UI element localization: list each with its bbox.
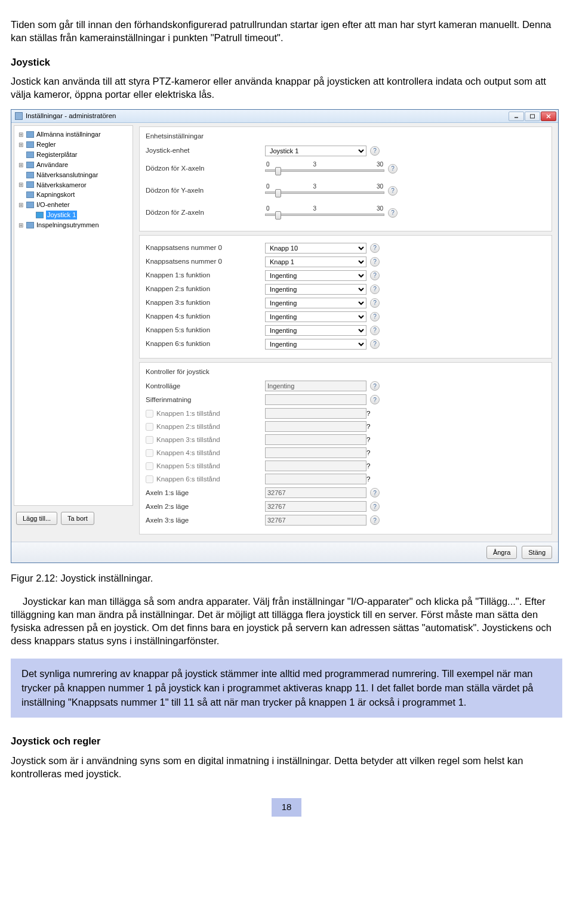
state-label: Knappen 4:s tillstånd bbox=[156, 449, 220, 458]
expand-icon[interactable]: ⊞ bbox=[18, 131, 24, 139]
help-icon[interactable]: ? bbox=[370, 285, 380, 294]
note-box: Det synliga numrering av knappar på joys… bbox=[11, 659, 562, 718]
unit-panel-title: Enhetsinställningar bbox=[146, 132, 546, 141]
device-label: Joystick-enhet bbox=[146, 146, 265, 156]
help-icon[interactable]: ? bbox=[370, 488, 380, 497]
button-fn-select[interactable]: Ingenting bbox=[265, 311, 366, 322]
help-icon[interactable]: ? bbox=[370, 381, 380, 391]
state-label: Knappen 1:s tillstånd bbox=[156, 409, 220, 419]
button-fn-select[interactable]: Ingenting bbox=[265, 339, 366, 350]
help-icon[interactable]: ? bbox=[366, 449, 370, 458]
button-fn-label: Knappen 2:s funktion bbox=[146, 285, 265, 294]
state-value bbox=[265, 474, 366, 484]
device-select[interactable]: Joystick 1 bbox=[265, 146, 366, 156]
tree-item[interactable]: Joystick 1 bbox=[17, 210, 130, 220]
help-icon[interactable]: ? bbox=[370, 339, 380, 349]
tree-item[interactable]: ⊞Regler bbox=[17, 140, 130, 150]
tree-view[interactable]: ⊞Allmänna inställningar⊞ReglerRegisterpl… bbox=[14, 125, 133, 506]
button-fn-select[interactable]: Ingenting bbox=[265, 284, 366, 295]
state-checkbox[interactable] bbox=[146, 475, 153, 483]
button-fn-label: Knappen 6:s funktion bbox=[146, 339, 265, 349]
button-fn-label: Knappsatsens nummer 0 bbox=[146, 243, 265, 253]
state-checkbox[interactable] bbox=[146, 423, 153, 431]
expand-icon[interactable]: ⊞ bbox=[18, 201, 24, 209]
expand-icon[interactable]: ⊞ bbox=[18, 221, 24, 230]
help-icon[interactable]: ? bbox=[370, 326, 380, 335]
add-button[interactable]: Lägg till... bbox=[16, 512, 57, 525]
help-icon[interactable]: ? bbox=[388, 208, 398, 218]
tree-item[interactable]: ⊞I/O-enheter bbox=[17, 200, 130, 210]
titlebar: Inställningar - administratören bbox=[11, 110, 558, 123]
tree-node-icon bbox=[26, 191, 34, 198]
help-icon[interactable]: ? bbox=[370, 298, 380, 308]
tree-item[interactable]: ⊞Nätverkskameror bbox=[17, 180, 130, 190]
button-fn-label: Knappsatsens nummer 0 bbox=[146, 257, 265, 267]
help-icon[interactable]: ? bbox=[388, 164, 398, 174]
close-button[interactable] bbox=[541, 112, 556, 121]
axis-value bbox=[265, 487, 366, 498]
help-icon[interactable]: ? bbox=[370, 515, 380, 525]
tree-node-icon bbox=[26, 162, 34, 168]
tree-node-icon bbox=[26, 202, 34, 208]
slider-label: Dödzon för Z-axeln bbox=[146, 208, 265, 218]
help-icon[interactable]: ? bbox=[366, 475, 370, 484]
figure-caption: Figur 2.12: Joystick inställningar. bbox=[11, 571, 562, 585]
tree-item-label: Nätverkskameror bbox=[36, 181, 87, 190]
tree-item-label: I/O-enheter bbox=[36, 200, 70, 209]
close-dialog-button[interactable]: Stäng bbox=[522, 546, 552, 559]
help-icon[interactable]: ? bbox=[366, 462, 370, 471]
state-checkbox[interactable] bbox=[146, 449, 153, 457]
window-title: Inställningar - administratören bbox=[26, 112, 116, 121]
tree-item[interactable]: ⊞Användare bbox=[17, 160, 130, 170]
undo-button[interactable]: Ångra bbox=[486, 546, 517, 559]
button-fn-select[interactable]: Ingenting bbox=[265, 270, 366, 281]
expand-icon[interactable]: ⊞ bbox=[18, 161, 24, 169]
help-icon[interactable]: ? bbox=[370, 395, 380, 404]
state-checkbox[interactable] bbox=[146, 436, 153, 444]
help-icon[interactable]: ? bbox=[370, 243, 380, 253]
settings-window: Inställningar - administratören ⊞Allmänn… bbox=[11, 109, 559, 563]
tree-item-label: Användare bbox=[36, 160, 68, 169]
app-icon bbox=[15, 112, 23, 120]
help-icon[interactable]: ? bbox=[370, 257, 380, 267]
state-checkbox[interactable] bbox=[146, 462, 153, 470]
help-icon[interactable]: ? bbox=[370, 271, 380, 280]
state-label: Knappen 5:s tillstånd bbox=[156, 462, 220, 471]
tree-item[interactable]: Registerplåtar bbox=[17, 150, 130, 160]
deadzone-slider[interactable]: 0330 bbox=[265, 160, 384, 177]
state-value bbox=[265, 408, 366, 419]
tree-item[interactable]: ⊞Allmänna inställningar bbox=[17, 129, 130, 140]
button-fn-select[interactable]: Ingenting bbox=[265, 325, 366, 336]
expand-icon[interactable]: ⊞ bbox=[18, 181, 24, 189]
state-checkbox[interactable] bbox=[146, 410, 153, 418]
tree-node-icon bbox=[26, 152, 34, 158]
tree-item[interactable]: ⊞Inspelningsutrymmen bbox=[17, 220, 130, 230]
help-icon[interactable]: ? bbox=[370, 312, 380, 322]
tree-item-label: Inspelningsutrymmen bbox=[36, 221, 99, 230]
help-icon[interactable]: ? bbox=[370, 146, 380, 156]
button-fn-select[interactable]: Knapp 1 bbox=[265, 257, 366, 267]
tree-item[interactable]: Kapningskort bbox=[17, 190, 130, 200]
button-fn-label: Knappen 5:s funktion bbox=[146, 326, 265, 335]
help-icon[interactable]: ? bbox=[366, 409, 370, 419]
button-fn-select[interactable]: Knapp 10 bbox=[265, 243, 366, 254]
maximize-button[interactable] bbox=[525, 112, 540, 121]
help-icon[interactable]: ? bbox=[370, 502, 380, 511]
deadzone-slider[interactable]: 0330 bbox=[265, 205, 384, 221]
tree-node-icon bbox=[26, 131, 34, 138]
remove-button[interactable]: Ta bort bbox=[61, 512, 94, 525]
expand-icon[interactable]: ⊞ bbox=[18, 141, 24, 149]
button-fn-select[interactable]: Ingenting bbox=[265, 298, 366, 308]
tree-item[interactable]: Nätverksanslutningar bbox=[17, 170, 130, 180]
siffer-label: Sifferinmatning bbox=[146, 395, 265, 405]
axis-value bbox=[265, 501, 366, 512]
minimize-button[interactable] bbox=[509, 112, 524, 121]
help-icon[interactable]: ? bbox=[366, 435, 370, 445]
button-fn-label: Knappen 4:s funktion bbox=[146, 312, 265, 322]
tree-item-label: Registerplåtar bbox=[36, 150, 77, 159]
help-icon[interactable]: ? bbox=[366, 422, 370, 432]
help-icon[interactable]: ? bbox=[388, 186, 398, 196]
deadzone-slider[interactable]: 0330 bbox=[265, 183, 384, 199]
ctrl-panel-title: Kontroller för joystick bbox=[146, 367, 546, 377]
page-number: 18 bbox=[272, 798, 302, 816]
